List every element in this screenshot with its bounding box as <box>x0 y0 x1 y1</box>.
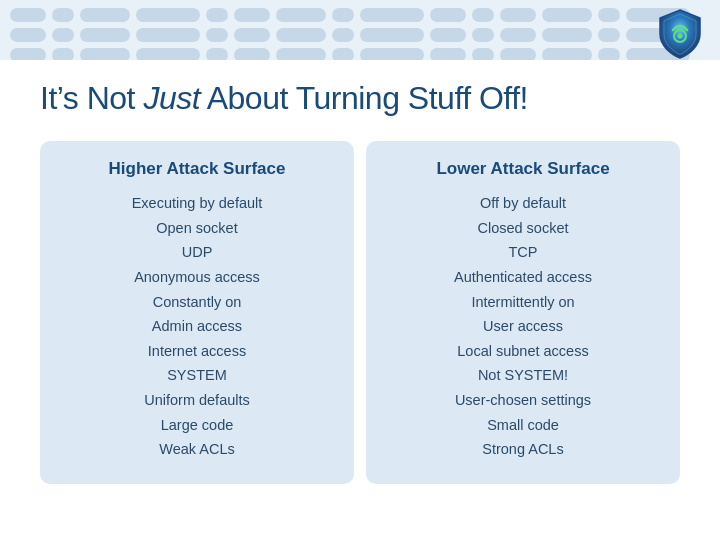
list-item: Uniform defaults <box>132 388 263 413</box>
dot-pill <box>430 8 466 22</box>
shield-icon <box>654 8 706 60</box>
dot-pill <box>276 28 326 42</box>
dot-pill <box>332 48 354 60</box>
lower-attack-items: Off by defaultClosed socketTCPAuthentica… <box>454 191 592 462</box>
dot-pill <box>360 8 424 22</box>
list-item: Off by default <box>454 191 592 216</box>
list-item: Constantly on <box>132 290 263 315</box>
list-item: Anonymous access <box>132 265 263 290</box>
list-item: User access <box>454 314 592 339</box>
list-item: UDP <box>132 240 263 265</box>
dot-pill <box>10 8 46 22</box>
dot-pill <box>206 48 228 60</box>
dot-pill <box>136 8 200 22</box>
dot-pill <box>206 28 228 42</box>
dot-pill <box>52 8 74 22</box>
dot-pill <box>542 48 592 60</box>
svg-point-1 <box>678 34 683 39</box>
dot-pill <box>542 28 592 42</box>
list-item: Closed socket <box>454 216 592 241</box>
dot-pill <box>598 28 620 42</box>
page-title: It’s Not Just About Turning Stuff Off! <box>40 80 680 117</box>
dot-pill <box>10 48 46 60</box>
list-item: User-chosen settings <box>454 388 592 413</box>
lower-attack-header: Lower Attack Surface <box>436 159 609 179</box>
list-item: TCP <box>454 240 592 265</box>
list-item: Strong ACLs <box>454 437 592 462</box>
dot-pill <box>10 28 46 42</box>
list-item: Internet access <box>132 339 263 364</box>
dot-pill <box>276 8 326 22</box>
dot-pill <box>136 28 200 42</box>
dot-pills-container <box>0 0 720 60</box>
dot-pill <box>360 48 424 60</box>
list-item: Open socket <box>132 216 263 241</box>
list-item: Admin access <box>132 314 263 339</box>
higher-attack-header: Higher Attack Surface <box>109 159 286 179</box>
dot-pill <box>472 48 494 60</box>
dot-pill <box>598 8 620 22</box>
dot-pill <box>206 8 228 22</box>
dot-pill <box>500 28 536 42</box>
dot-pill <box>80 8 130 22</box>
dot-pill <box>234 28 270 42</box>
dot-pill <box>332 8 354 22</box>
list-item: Local subnet access <box>454 339 592 364</box>
dot-pill <box>472 8 494 22</box>
higher-attack-items: Executing by defaultOpen socketUDPAnonym… <box>132 191 263 462</box>
list-item: Weak ACLs <box>132 437 263 462</box>
dot-pill <box>598 48 620 60</box>
dot-pill <box>276 48 326 60</box>
list-item: Small code <box>454 413 592 438</box>
columns-container: Higher Attack Surface Executing by defau… <box>40 141 680 484</box>
dot-pill <box>500 48 536 60</box>
dot-pill <box>234 48 270 60</box>
dot-pill <box>136 48 200 60</box>
list-item: Executing by default <box>132 191 263 216</box>
dot-pill <box>472 28 494 42</box>
lower-attack-surface-box: Lower Attack Surface Off by defaultClose… <box>366 141 680 484</box>
list-item: SYSTEM <box>132 363 263 388</box>
dot-pill <box>52 48 74 60</box>
main-content: It’s Not Just About Turning Stuff Off! H… <box>0 60 720 504</box>
dot-pill <box>80 28 130 42</box>
dot-pill <box>52 28 74 42</box>
dot-pill <box>360 28 424 42</box>
list-item: Not SYSTEM! <box>454 363 592 388</box>
dot-pill <box>430 48 466 60</box>
dot-pill <box>234 8 270 22</box>
dot-pill <box>542 8 592 22</box>
list-item: Large code <box>132 413 263 438</box>
dot-pill <box>430 28 466 42</box>
dot-pill <box>80 48 130 60</box>
background-pattern <box>0 0 720 60</box>
dot-pill <box>500 8 536 22</box>
list-item: Intermittently on <box>454 290 592 315</box>
higher-attack-surface-box: Higher Attack Surface Executing by defau… <box>40 141 354 484</box>
dot-pill <box>332 28 354 42</box>
list-item: Authenticated access <box>454 265 592 290</box>
